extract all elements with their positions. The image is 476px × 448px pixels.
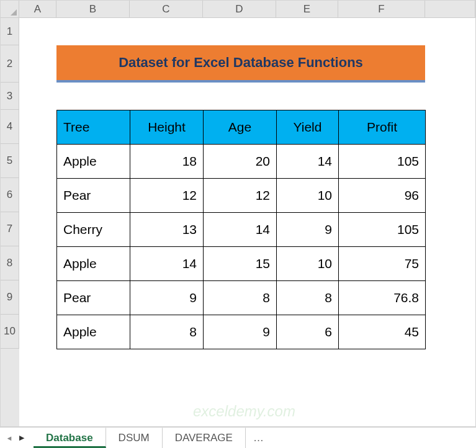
cell[interactable]: 45	[339, 315, 426, 349]
tab-prev-icon[interactable]: ◄	[5, 434, 14, 442]
cell[interactable]: 12	[130, 179, 204, 213]
cell[interactable]: 10	[277, 179, 339, 213]
cell[interactable]: 15	[204, 247, 277, 281]
cell[interactable]: 8	[204, 281, 277, 315]
cell[interactable]: 6	[277, 315, 339, 349]
select-all-corner[interactable]	[1, 1, 19, 18]
row-header-4[interactable]: 4	[1, 110, 19, 144]
tab-database[interactable]: Database	[34, 428, 106, 448]
row-header-8[interactable]: 8	[1, 246, 19, 280]
row-header-5[interactable]: 5	[1, 144, 19, 178]
column-header-B[interactable]: B	[56, 1, 130, 18]
table-row: Apple14151075	[57, 247, 426, 281]
row-header-10[interactable]: 10	[1, 315, 19, 349]
cell[interactable]: 18	[130, 145, 204, 179]
table-header-tree[interactable]: Tree	[57, 110, 130, 145]
cells-area[interactable]: Dataset for Excel Database Functions Tre…	[19, 18, 475, 426]
cell[interactable]: 8	[277, 281, 339, 315]
cell[interactable]: 14	[204, 213, 277, 247]
cell[interactable]: 10	[277, 247, 339, 281]
column-header-C[interactable]: C	[130, 1, 203, 18]
watermark: exceldemy.com	[193, 403, 295, 420]
title-banner: Dataset for Excel Database Functions	[56, 45, 425, 83]
cell[interactable]: 9	[130, 281, 204, 315]
row-header-3[interactable]: 3	[1, 83, 19, 110]
column-headers: ABCDEF	[19, 1, 475, 18]
spreadsheet-window: ABCDEF 12345678910 Dataset for Excel Dat…	[0, 0, 476, 448]
cell[interactable]: Apple	[57, 315, 130, 349]
table-row: Pear12121096	[57, 179, 426, 213]
column-header-empty	[425, 1, 475, 18]
cell[interactable]: Apple	[57, 145, 130, 179]
column-header-D[interactable]: D	[203, 1, 276, 18]
tab-more-button[interactable]: …	[246, 428, 272, 448]
tab-navigation: ◄ ▶	[5, 434, 26, 442]
cell[interactable]: Apple	[57, 247, 130, 281]
column-header-A[interactable]: A	[19, 1, 56, 18]
tab-daverage[interactable]: DAVERAGE	[163, 428, 246, 448]
data-table: TreeHeightAgeYieldProfit Apple182014105P…	[56, 110, 426, 349]
table-row: Cherry13149105	[57, 213, 426, 247]
table-header-profit[interactable]: Profit	[339, 110, 426, 145]
cell[interactable]: 9	[277, 213, 339, 247]
table-header-yield[interactable]: Yield	[277, 110, 339, 145]
table-row: Apple182014105	[57, 145, 426, 179]
title-text: Dataset for Excel Database Functions	[119, 55, 363, 71]
cell[interactable]: Cherry	[57, 213, 130, 247]
row-header-6[interactable]: 6	[1, 178, 19, 212]
table-header-age[interactable]: Age	[204, 110, 277, 145]
cell[interactable]: 9	[204, 315, 277, 349]
table-row: Apple89645	[57, 315, 426, 349]
cell[interactable]: 12	[204, 179, 277, 213]
sheet-tab-bar: ◄ ▶ DatabaseDSUMDAVERAGE …	[0, 427, 476, 448]
tab-next-icon[interactable]: ▶	[17, 434, 26, 442]
cell[interactable]: 105	[339, 145, 426, 179]
row-header-9[interactable]: 9	[1, 280, 19, 315]
tab-dsum[interactable]: DSUM	[106, 428, 163, 448]
cell[interactable]: 96	[339, 179, 426, 213]
cell[interactable]: 14	[277, 145, 339, 179]
row-header-7[interactable]: 7	[1, 212, 19, 246]
cell[interactable]: Pear	[57, 179, 130, 213]
cell[interactable]: 8	[130, 315, 204, 349]
cell[interactable]: 76.8	[339, 281, 426, 315]
cell[interactable]: 105	[339, 213, 426, 247]
cell[interactable]: 20	[204, 145, 277, 179]
column-header-E[interactable]: E	[276, 1, 338, 18]
cell[interactable]: 75	[339, 247, 426, 281]
table-row: Pear98876.8	[57, 281, 426, 315]
table-header-height[interactable]: Height	[130, 110, 204, 145]
grid-area[interactable]: ABCDEF 12345678910 Dataset for Excel Dat…	[0, 0, 476, 427]
cell[interactable]: Pear	[57, 281, 130, 315]
cell[interactable]: 13	[130, 213, 204, 247]
row-header-1[interactable]: 1	[1, 18, 19, 45]
column-header-F[interactable]: F	[338, 1, 425, 18]
cell[interactable]: 14	[130, 247, 204, 281]
row-headers: 12345678910	[1, 18, 19, 426]
row-header-2[interactable]: 2	[1, 45, 19, 83]
